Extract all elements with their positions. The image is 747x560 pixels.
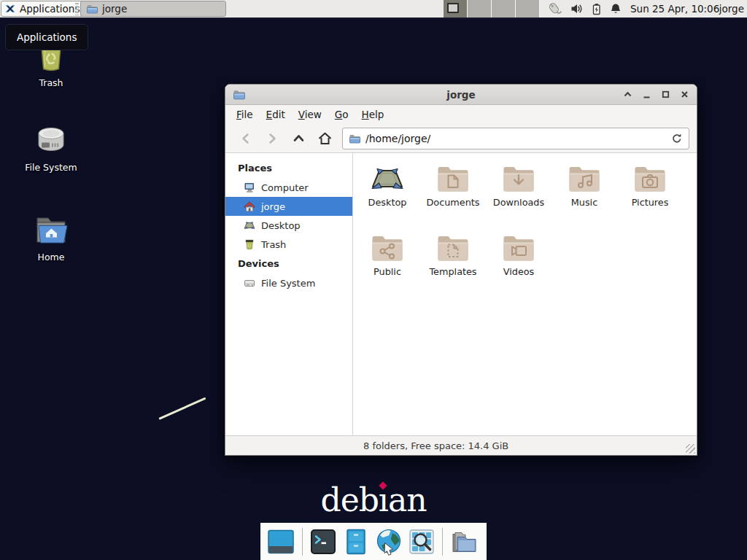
volume-icon[interactable] [570, 3, 583, 15]
debian-wallpaper-logo: debıan [0, 481, 747, 518]
workspace-1[interactable] [444, 0, 468, 18]
file-view[interactable]: Desktop Documents [353, 153, 697, 435]
close-icon[interactable] [680, 90, 689, 99]
menu-edit[interactable]: Edit [260, 106, 292, 123]
up-button[interactable] [285, 132, 311, 145]
file-item-label: Public [374, 266, 401, 277]
panel-username[interactable]: jorge [719, 0, 744, 18]
status-text: 8 folders, Free space: 14.4 GiB [363, 440, 508, 451]
folder-grid: Desktop Documents [353, 153, 683, 298]
file-item-music[interactable]: Music [551, 159, 617, 228]
sidebar-item-desktop[interactable]: Desktop [225, 216, 352, 235]
file-item-pictures[interactable]: Pictures [617, 159, 683, 228]
home-folder-icon [34, 212, 69, 247]
file-item-label: Desktop [368, 197, 407, 208]
workspace-switcher [444, 0, 540, 18]
up-icon [292, 132, 306, 145]
mouse-icon[interactable] [546, 1, 562, 17]
harddrive-icon [244, 277, 255, 289]
sidebar-item-filesystem[interactable]: File System [225, 273, 352, 292]
trash-icon [244, 238, 255, 250]
system-tray [546, 0, 622, 18]
file-item-label: Templates [429, 266, 476, 277]
file-item-documents[interactable]: Documents [420, 159, 486, 228]
dock-separator [302, 528, 303, 556]
wallpaper-line-artifact [158, 397, 206, 420]
workspace-window-thumb [447, 3, 459, 13]
battery-charging-icon[interactable] [591, 3, 602, 15]
window-titlebar[interactable]: jorge [225, 85, 697, 105]
menu-view[interactable]: View [292, 106, 328, 123]
window-content: Places Computer jorge [225, 153, 697, 435]
desktop-icon-filesystem[interactable]: File System [15, 122, 88, 173]
folder-icon [349, 133, 360, 144]
home-button[interactable] [311, 131, 338, 146]
sidebar-header-places: Places [225, 158, 352, 178]
file-cabinet-icon[interactable] [341, 527, 371, 556]
applications-menu-button[interactable]: Applications [1, 1, 86, 17]
file-item-downloads[interactable]: Downloads [486, 159, 551, 228]
file-item-public[interactable]: Public [355, 228, 420, 298]
desktop-icon [370, 164, 405, 193]
menu-help[interactable]: Help [355, 106, 391, 123]
taskbar-window-button[interactable]: jorge [80, 1, 226, 17]
panel-clock[interactable]: Sun 25 Apr, 10:06 [630, 0, 719, 18]
file-manager-window: jorge File Edit View Go Help [225, 84, 697, 456]
minimize-icon[interactable] [642, 90, 651, 99]
file-item-label: Downloads [493, 197, 544, 208]
file-item-label: Videos [503, 266, 535, 277]
file-item-desktop[interactable]: Desktop [355, 159, 420, 228]
home-icon [244, 201, 255, 212]
sidebar-item-label: File System [261, 278, 315, 289]
directory-menu-folder-icon[interactable] [449, 527, 479, 556]
file-item-videos[interactable]: Videos [486, 228, 551, 298]
resize-grip[interactable] [686, 444, 695, 454]
applications-menu-label: Applications [20, 3, 80, 15]
shade-icon[interactable] [623, 90, 632, 99]
desktop-icon-label: Trash [15, 77, 88, 88]
app-finder-icon[interactable] [407, 527, 436, 556]
reload-icon[interactable] [671, 133, 683, 144]
sidebar: Places Computer jorge [225, 153, 353, 435]
desktop-icon-label: Home [15, 252, 88, 262]
panel-handle[interactable] [75, 3, 79, 15]
xfce-logo-icon [4, 3, 16, 15]
workspace-3[interactable] [492, 0, 516, 18]
desktop-icon-label: File System [15, 162, 88, 173]
maximize-icon[interactable] [661, 90, 670, 99]
sidebar-header-devices: Devices [225, 254, 352, 273]
file-item-label: Pictures [632, 197, 669, 208]
sidebar-item-label: Trash [261, 239, 286, 250]
menu-go[interactable]: Go [328, 106, 355, 123]
workspace-2[interactable] [468, 0, 492, 18]
path-bar[interactable]: /home/jorge/ [342, 128, 689, 149]
sidebar-item-label: Computer [261, 182, 309, 193]
notifications-bell-icon[interactable] [610, 3, 622, 15]
window-controls [623, 90, 689, 99]
terminal-icon[interactable] [309, 527, 338, 556]
applications-tooltip: Applications [5, 24, 88, 50]
taskbar-window-label: jorge [102, 3, 127, 15]
show-desktop-icon[interactable] [266, 527, 296, 556]
sidebar-item-computer[interactable]: Computer [225, 178, 352, 197]
dock-separator [442, 528, 443, 556]
menu-file[interactable]: File [230, 106, 260, 123]
file-item-label: Documents [427, 197, 480, 208]
folder-icon [86, 3, 98, 15]
sidebar-item-label: Desktop [261, 220, 301, 231]
top-panel: Applications jorge [0, 0, 747, 19]
workspace-4[interactable] [516, 0, 540, 18]
path-text[interactable]: /home/jorge/ [365, 133, 666, 144]
folder-pictures-icon [632, 164, 667, 193]
folder-documents-icon [436, 164, 471, 193]
computer-icon [244, 182, 255, 193]
back-button[interactable] [233, 132, 259, 145]
forward-button[interactable] [259, 132, 285, 145]
folder-videos-icon [501, 233, 536, 262]
sidebar-item-trash[interactable]: Trash [225, 235, 352, 254]
file-item-templates[interactable]: Templates [420, 228, 486, 298]
sidebar-item-label: jorge [261, 201, 285, 212]
desktop-icon-home[interactable]: Home [15, 212, 88, 262]
web-browser-globe-icon[interactable] [374, 527, 403, 556]
sidebar-item-jorge[interactable]: jorge [225, 197, 352, 216]
